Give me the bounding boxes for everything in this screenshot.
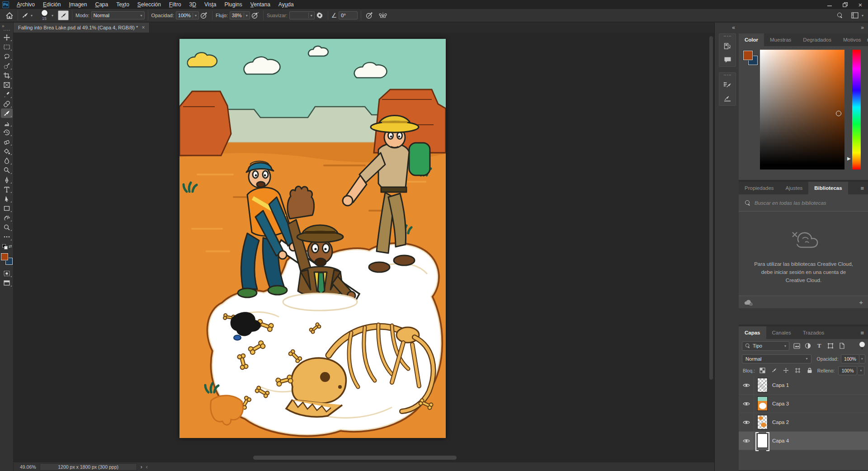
document-info[interactable]: 1200 px x 1800 px (300 ppp) xyxy=(40,463,137,471)
layers-panel-menu-icon[interactable]: ≡ xyxy=(860,326,868,339)
menu-plugins[interactable]: Plugins xyxy=(220,0,246,9)
visibility-toggle[interactable] xyxy=(739,413,754,431)
layer-filter-dropdown[interactable]: Tipo ▾ xyxy=(742,341,789,351)
tab-close-icon[interactable]: × xyxy=(142,24,145,31)
pen-tool[interactable] xyxy=(1,175,13,184)
tab-bibliotecas[interactable]: Bibliotecas xyxy=(808,182,848,194)
layer-thumbnail[interactable] xyxy=(757,433,768,448)
menu-filtro[interactable]: Filtro xyxy=(165,0,185,9)
history-brush-tool[interactable] xyxy=(1,127,13,137)
layer-thumbnail[interactable] xyxy=(757,396,768,411)
layer-name[interactable]: Capa 1 xyxy=(772,382,789,388)
saturation-brightness-field[interactable] xyxy=(760,50,844,170)
color-swatches[interactable] xyxy=(1,253,13,265)
menu-ayuda[interactable]: Ayuda xyxy=(274,0,298,9)
menu-capa[interactable]: Capa xyxy=(91,0,112,9)
zoom-tool[interactable] xyxy=(1,222,13,232)
edit-toolbar-icon[interactable] xyxy=(1,232,13,241)
layer-fill-field[interactable]: 100% xyxy=(838,366,857,375)
layer-row-capa1[interactable]: Capa 1 xyxy=(739,376,868,395)
search-icon[interactable] xyxy=(837,13,843,18)
airbrush-icon[interactable] xyxy=(250,10,260,20)
menu-ventana[interactable]: Ventana xyxy=(246,0,274,9)
tab-degradados[interactable]: Degradados xyxy=(797,33,837,46)
brush-tool-preset[interactable]: ▾ xyxy=(21,12,33,19)
paint-bucket-tool[interactable] xyxy=(1,146,13,156)
lock-pixels-icon[interactable] xyxy=(770,367,778,374)
status-prev-icon[interactable]: ‹ xyxy=(146,464,148,470)
workspace-chevron-icon[interactable]: ▾ xyxy=(862,14,863,18)
brush-settings-panel-icon[interactable] xyxy=(723,81,732,89)
toolbar-drag-handle[interactable] xyxy=(4,30,10,31)
filter-type-layers-icon[interactable]: T xyxy=(815,342,823,349)
tab-canales[interactable]: Canales xyxy=(766,326,797,339)
lock-transparency-icon[interactable] xyxy=(759,367,767,374)
path-selection-tool[interactable] xyxy=(1,194,13,203)
minimize-button[interactable] xyxy=(822,0,837,9)
zoom-level[interactable]: 49.06% xyxy=(20,464,36,470)
restore-button[interactable] xyxy=(837,0,853,9)
history-panel-icon[interactable] xyxy=(723,42,732,50)
workspace-switcher-icon[interactable] xyxy=(850,10,860,20)
layer-opacity-field[interactable]: 100% xyxy=(841,354,859,363)
clone-stamp-tool[interactable] xyxy=(1,118,13,127)
filter-smart-objects-icon[interactable] xyxy=(838,342,846,349)
menu-archivo[interactable]: Archivo xyxy=(13,0,39,9)
lock-position-icon[interactable] xyxy=(782,367,790,374)
foreground-color-swatch[interactable] xyxy=(1,253,8,260)
layer-filtering-toggle[interactable] xyxy=(859,341,865,350)
type-tool[interactable] xyxy=(1,184,13,194)
crop-tool[interactable] xyxy=(1,71,13,80)
menu-texto[interactable]: Texto xyxy=(112,0,133,9)
menu-vista[interactable]: Vista xyxy=(200,0,220,9)
move-tool[interactable] xyxy=(1,33,13,42)
collapse-panels-icon[interactable]: « xyxy=(732,24,735,31)
dodge-tool[interactable] xyxy=(1,165,13,175)
tab-trazados[interactable]: Trazados xyxy=(797,326,830,339)
blend-mode-dropdown[interactable]: Normal ▾ xyxy=(91,11,145,19)
layer-name[interactable]: Capa 3 xyxy=(772,401,789,406)
quick-selection-tool[interactable] xyxy=(1,61,13,71)
visibility-toggle[interactable] xyxy=(739,376,754,394)
tab-capas[interactable]: Capas xyxy=(739,326,766,339)
blur-tool[interactable] xyxy=(1,156,13,165)
foreground-color-well[interactable] xyxy=(743,51,753,60)
hue-slider-pointer[interactable]: ▶ xyxy=(847,156,851,161)
flow-dropdown[interactable]: 38% ▾ xyxy=(230,11,250,19)
vertical-scrollbar[interactable] xyxy=(709,36,713,380)
lock-artboard-icon[interactable] xyxy=(794,367,802,374)
eyedropper-tool[interactable] xyxy=(1,89,13,99)
quick-mask-icon[interactable] xyxy=(1,268,13,278)
document-tab[interactable]: Falling into Brea Lake.psd al 49.1% (Cap… xyxy=(14,23,150,33)
screen-mode-icon[interactable] xyxy=(1,278,13,287)
home-icon[interactable] xyxy=(5,10,14,20)
lock-all-icon[interactable] xyxy=(806,367,814,374)
brush-settings-panel-toggle[interactable] xyxy=(58,10,69,20)
layer-name[interactable]: Capa 4 xyxy=(772,438,789,443)
layer-thumbnail[interactable] xyxy=(757,415,768,429)
rectangular-marquee-tool[interactable] xyxy=(1,42,13,52)
opacity-pressure-icon[interactable] xyxy=(199,10,209,20)
opacity-dropdown[interactable]: 100% ▾ xyxy=(176,11,199,19)
layer-row-capa3[interactable]: Capa 3 xyxy=(739,395,868,413)
brush-size-picker[interactable]: 15 xyxy=(39,10,50,21)
menu-imagen[interactable]: Imagen xyxy=(65,0,91,9)
layer-opacity-chevron[interactable]: ▾ xyxy=(859,354,865,363)
smoothing-dropdown[interactable]: ▾ xyxy=(289,11,315,19)
paint-symmetry-icon[interactable] xyxy=(378,10,388,20)
filter-pixel-layers-icon[interactable] xyxy=(793,342,801,349)
document-canvas[interactable] xyxy=(179,39,446,438)
filter-adjustment-layers-icon[interactable] xyxy=(804,342,812,349)
hue-slider[interactable] xyxy=(852,50,861,170)
tab-ajustes[interactable]: Ajustes xyxy=(780,182,809,194)
canvas-area[interactable] xyxy=(14,33,714,462)
brush-tool[interactable] xyxy=(1,108,13,118)
size-pressure-icon[interactable] xyxy=(364,10,374,20)
expand-panels-icon[interactable]: » xyxy=(861,24,864,31)
menu-edicion[interactable]: Edición xyxy=(39,0,65,9)
tab-motivos[interactable]: Motivos xyxy=(837,33,867,46)
tab-muestras[interactable]: Muestras xyxy=(764,33,797,46)
visibility-toggle[interactable] xyxy=(739,432,754,450)
layer-name[interactable]: Capa 2 xyxy=(772,419,789,425)
tool-presets-panel-icon[interactable] xyxy=(723,94,732,103)
